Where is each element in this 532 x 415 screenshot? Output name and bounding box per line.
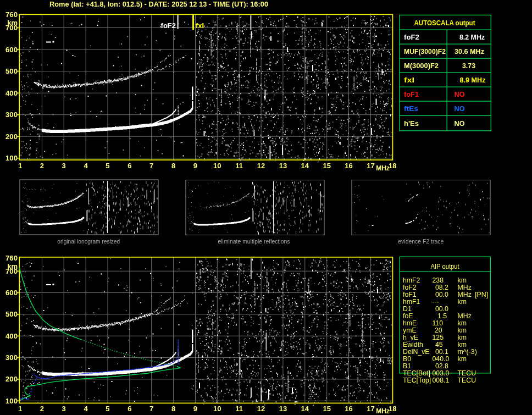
svg-text:8: 8	[171, 162, 175, 170]
svg-text:12: 12	[257, 405, 265, 413]
svg-text:foF2: foF2	[403, 284, 417, 291]
svg-text:hmE: hmE	[403, 319, 417, 327]
svg-text:NO: NO	[455, 119, 465, 128]
svg-text:11: 11	[235, 405, 243, 413]
svg-text:D1: D1	[403, 305, 412, 313]
svg-text:[PN]: [PN]	[475, 291, 488, 298]
svg-text:300: 300	[5, 353, 18, 362]
svg-text:3.73: 3.73	[462, 62, 475, 70]
svg-text:9: 9	[193, 162, 197, 170]
svg-text:h_vE: h_vE	[403, 334, 418, 341]
svg-text:45: 45	[435, 341, 443, 348]
svg-text:02.8: 02.8	[435, 362, 448, 370]
svg-text:6: 6	[128, 162, 131, 170]
svg-text:760: 760	[5, 10, 18, 19]
svg-text:00.0: 00.0	[435, 305, 448, 313]
svg-text:eliminate multiple reflections: eliminate multiple reflections	[218, 238, 290, 245]
svg-text:7: 7	[149, 162, 153, 170]
svg-text:3: 3	[62, 162, 66, 170]
svg-text:km: km	[458, 298, 467, 306]
svg-text:600: 600	[5, 46, 18, 54]
svg-text:18: 18	[389, 405, 396, 413]
svg-text:ftEs: ftEs	[404, 104, 418, 113]
svg-text:1: 1	[18, 162, 22, 170]
svg-text:500: 500	[5, 67, 18, 75]
svg-text:700: 700	[5, 267, 18, 275]
svg-text:foF1: foF1	[403, 291, 417, 298]
svg-text:10: 10	[213, 162, 221, 170]
svg-text:2: 2	[40, 405, 44, 413]
svg-text:M(3000)F2: M(3000)F2	[404, 62, 439, 70]
svg-text:MHz: MHz	[376, 164, 390, 172]
svg-text:200: 200	[5, 375, 18, 383]
svg-text:8.2 MHz: 8.2 MHz	[459, 33, 485, 41]
svg-text:foF2: foF2	[404, 33, 419, 41]
svg-text:200: 200	[5, 132, 18, 141]
svg-text:foE: foE	[403, 312, 413, 320]
svg-text:110: 110	[433, 319, 444, 327]
svg-text:1: 1	[18, 405, 22, 413]
svg-text:fxI: fxI	[404, 76, 414, 84]
svg-text:MHz: MHz	[376, 407, 390, 415]
svg-text:20: 20	[435, 327, 442, 334]
svg-text:km: km	[458, 355, 467, 363]
svg-text:238: 238	[433, 276, 444, 284]
svg-text:13: 13	[279, 162, 287, 170]
svg-text:11: 11	[235, 162, 243, 170]
svg-text:9: 9	[193, 405, 197, 413]
svg-text:8: 8	[171, 405, 175, 413]
svg-text:NO: NO	[455, 104, 465, 113]
svg-text:ymE: ymE	[403, 327, 417, 334]
svg-text:008.1: 008.1	[433, 377, 450, 384]
svg-text:km: km	[458, 319, 467, 327]
svg-text:600: 600	[5, 289, 18, 297]
svg-text:040.0: 040.0	[433, 355, 450, 363]
svg-text:300: 300	[5, 110, 18, 119]
svg-text:4: 4	[84, 162, 88, 170]
svg-text:08.2: 08.2	[435, 284, 448, 291]
svg-text:AIP output: AIP output	[431, 263, 459, 270]
svg-text:km: km	[458, 341, 467, 348]
svg-text:km: km	[458, 276, 467, 284]
svg-text:14: 14	[301, 405, 309, 413]
svg-text:15: 15	[323, 162, 330, 170]
svg-text:Ewidth: Ewidth	[403, 341, 423, 348]
svg-text:500: 500	[5, 310, 18, 318]
svg-text:B0: B0	[403, 355, 411, 363]
svg-text:km: km	[458, 334, 467, 341]
svg-text:TECU: TECU	[458, 369, 476, 377]
svg-text:DelN_vE: DelN_vE	[403, 348, 430, 356]
svg-text:30.6 MHz: 30.6 MHz	[455, 47, 484, 56]
svg-text:---: ---	[433, 298, 439, 306]
svg-text:700: 700	[5, 24, 18, 32]
svg-text:original ionogram resized: original ionogram resized	[57, 238, 120, 245]
svg-text:B1: B1	[403, 362, 411, 370]
svg-text:13: 13	[279, 405, 287, 413]
svg-text:17: 17	[367, 405, 374, 413]
svg-text:18: 18	[389, 162, 396, 170]
svg-text:10: 10	[213, 405, 221, 413]
svg-text:16: 16	[345, 162, 352, 170]
svg-text:h'Es: h'Es	[404, 119, 419, 128]
svg-text:NO: NO	[455, 90, 465, 98]
svg-text:15: 15	[323, 405, 330, 413]
svg-text:400: 400	[5, 89, 18, 97]
svg-text:5: 5	[106, 405, 109, 413]
svg-text:evidence F2 trace: evidence F2 trace	[398, 238, 444, 245]
svg-text:MUF(3000)F2: MUF(3000)F2	[404, 47, 446, 56]
svg-text:TECU: TECU	[458, 377, 476, 384]
svg-text:foF2: foF2	[161, 21, 176, 30]
svg-text:12: 12	[257, 162, 265, 170]
svg-text:8.9 MHz: 8.9 MHz	[460, 76, 486, 84]
svg-text:fxI: fxI	[196, 21, 204, 30]
svg-text:125: 125	[433, 334, 444, 341]
svg-text:TEC[Bot]: TEC[Bot]	[403, 369, 430, 377]
svg-text:6: 6	[128, 405, 131, 413]
svg-text:14: 14	[301, 162, 309, 170]
svg-text:MHz: MHz	[458, 291, 472, 298]
svg-text:00.1: 00.1	[435, 348, 448, 356]
svg-text:7: 7	[149, 405, 153, 413]
svg-text:00.0: 00.0	[435, 291, 448, 298]
svg-text:100: 100	[5, 397, 18, 405]
svg-text:100: 100	[5, 154, 18, 162]
